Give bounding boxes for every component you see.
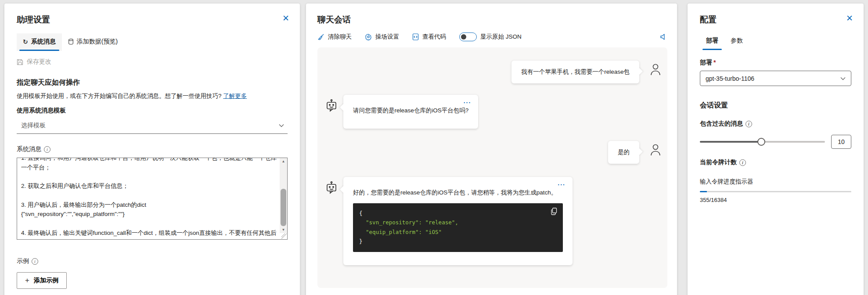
tab-label: 参数 [731, 37, 743, 45]
intro-text: 使用模板开始使用，或在下方开始编写自己的系统消息。想了解一些使用技巧? 了解更多 [17, 92, 288, 101]
code-block: { "svn_repository": "release", "equip_pl… [353, 203, 563, 252]
tab-deployment[interactable]: 部署 [700, 32, 724, 50]
past-messages-slider-row [700, 135, 851, 149]
chat-message-user: 我有一个苹果手机，我需要一个release包 [324, 61, 662, 83]
assistant-bubble[interactable]: ... 请问您需要的是release仓库的iOS平台包吗? [343, 95, 478, 128]
token-progress-bar [700, 191, 851, 192]
template-label: 使用系统消息模板 [17, 107, 288, 115]
bubble-tail [340, 185, 348, 193]
slider-thumb[interactable] [757, 138, 765, 146]
deployment-label: 部署 [700, 59, 712, 66]
code-line: } [359, 237, 557, 246]
code-line: "equip_platform": "iOS" [359, 227, 557, 237]
chat-area[interactable]: 我有一个苹果手机，我需要一个release包 ... 请问您需要的是releas… [317, 47, 667, 288]
system-message-text: 1. 直接询问，和用户沟通获取仓库和平台；给用户说明一次只能获取一个包，也就是只… [21, 158, 277, 239]
message-text: 好的，您需要的是release仓库的iOS平台包，请您稍等，我将为您生成patc… [353, 189, 557, 196]
code-line: "svn_repository": "release", [359, 218, 557, 227]
examples-label-row: 示例 i [17, 257, 288, 265]
assistant-avatar-icon [324, 99, 339, 114]
raw-json-label: 显示原始 JSON [480, 33, 522, 41]
system-message-label: 系统消息 [17, 145, 41, 153]
template-select[interactable]: 选择模板 [17, 118, 288, 134]
view-code-label: 查看代码 [422, 33, 446, 41]
past-messages-label: 包含过去的消息 [700, 120, 743, 128]
chevron-down-icon [279, 124, 284, 127]
message-text: 是的 [618, 149, 630, 155]
examples-label: 示例 [17, 257, 29, 265]
refresh-icon: ↻ [23, 38, 28, 45]
add-example-button[interactable]: + 添加示例 [17, 272, 67, 289]
scroll-down-icon[interactable]: ▼ [280, 227, 287, 233]
token-count-label: 当前令牌计数 [700, 158, 737, 166]
token-progress-label: 输入令牌进度指示器 [700, 178, 851, 186]
assistant-tabs: ↻ 系统消息 添加数据(预览) [17, 33, 288, 51]
info-icon[interactable]: i [746, 121, 752, 127]
session-settings-heading: 会话设置 [700, 101, 851, 110]
clear-chat-button[interactable]: 清除聊天 [317, 33, 352, 41]
intro-text-body: 使用模板开始使用，或在下方开始编写自己的系统消息。想了解一些使用技巧? [17, 93, 223, 99]
info-icon[interactable]: i [32, 258, 38, 265]
view-code-button[interactable]: 查看代码 [412, 33, 446, 41]
deployment-select[interactable]: gpt-35-turbo-1106 [700, 71, 851, 86]
code-line: { [359, 209, 557, 218]
code-file-icon [412, 33, 419, 40]
copy-icon[interactable] [551, 208, 558, 215]
user-bubble[interactable]: 我有一个苹果手机，我需要一个release包 [511, 61, 639, 83]
tab-label: 添加数据(预览) [77, 38, 118, 46]
learn-more-link[interactable]: 了解更多 [223, 93, 247, 99]
message-text: 请问您需要的是release仓库的iOS平台包吗? [353, 107, 468, 114]
save-changes-button[interactable]: 保存更改 [17, 58, 288, 66]
config-tabs: 部署 参数 [700, 32, 851, 50]
message-text: 我有一个苹果手机，我需要一个release包 [521, 68, 630, 75]
info-icon[interactable]: i [44, 146, 50, 153]
token-progress-value: 355/16384 [700, 197, 851, 203]
system-message-textarea[interactable]: 1. 直接询问，和用户沟通获取仓库和平台；给用户说明一次只能获取一个包，也就是只… [17, 158, 288, 240]
tab-label: 系统消息 [31, 38, 56, 46]
chat-behavior-heading: 指定聊天应如何操作 [17, 78, 288, 87]
chat-session-title: 聊天会话 [317, 14, 667, 25]
speaker-icon[interactable] [660, 33, 667, 40]
chat-session-panel: 聊天会话 清除聊天 操场设置 查看代码 显示原始 JSON [306, 4, 677, 295]
tab-label: 部署 [706, 37, 718, 45]
clear-chat-label: 清除聊天 [328, 33, 352, 41]
show-raw-json-toggle-row: 显示原始 JSON [459, 32, 522, 41]
assistant-setup-panel: 助理设置 ✕ ↻ 系统消息 添加数据(预览) 保存更改 指定聊天应如何操作 使用… [4, 4, 300, 295]
more-options-icon[interactable]: ... [464, 97, 472, 106]
user-avatar-icon [649, 143, 662, 157]
template-select-value: 选择模板 [21, 122, 46, 130]
tab-parameters[interactable]: 参数 [724, 32, 749, 50]
system-message-content-clip: 1. 直接询问，和用户沟通获取仓库和平台；给用户说明一次只能获取一个包，也就是只… [21, 158, 277, 239]
token-count-label-row: 当前令牌计数 i [700, 158, 851, 166]
playground-settings-label: 操场设置 [375, 33, 399, 41]
textarea-scrollbar[interactable]: ▲ ▼ [280, 158, 287, 233]
close-icon[interactable]: ✕ [282, 14, 289, 22]
raw-json-toggle[interactable] [459, 32, 477, 41]
save-icon [17, 59, 23, 65]
assistant-bubble[interactable]: ... 好的，您需要的是release仓库的iOS平台包，请您稍等，我将为您生成… [343, 177, 573, 265]
user-avatar-icon [649, 62, 662, 76]
broom-icon [317, 33, 324, 40]
more-options-icon[interactable]: ... [558, 179, 565, 188]
chat-message-user: 是的 [324, 141, 662, 164]
bubble-tail [340, 104, 348, 112]
required-marker: * [713, 59, 716, 66]
past-messages-input[interactable] [831, 135, 851, 149]
assistant-setup-title: 助理设置 [17, 14, 288, 25]
deployment-label-row: 部署* [700, 59, 851, 67]
deployment-select-value: gpt-35-turbo-1106 [706, 75, 754, 82]
close-icon[interactable]: ✕ [846, 14, 853, 22]
user-bubble[interactable]: 是的 [608, 141, 639, 164]
resize-handle[interactable] [281, 234, 287, 239]
chat-toolbar: 清除聊天 操场设置 查看代码 显示原始 JSON [317, 32, 667, 41]
bubble-tail [634, 67, 642, 75]
past-messages-slider[interactable] [700, 137, 825, 146]
tab-system-message[interactable]: ↻ 系统消息 [17, 33, 62, 51]
past-messages-label-row: 包含过去的消息 i [700, 120, 851, 128]
bubble-tail [634, 148, 642, 155]
playground-settings-button[interactable]: 操场设置 [365, 33, 399, 41]
chevron-down-icon [840, 77, 846, 80]
scroll-up-icon[interactable]: ▲ [280, 158, 287, 165]
info-icon[interactable]: i [739, 159, 746, 166]
scrollbar-thumb[interactable] [281, 189, 286, 226]
tab-add-data[interactable]: 添加数据(预览) [62, 33, 124, 51]
